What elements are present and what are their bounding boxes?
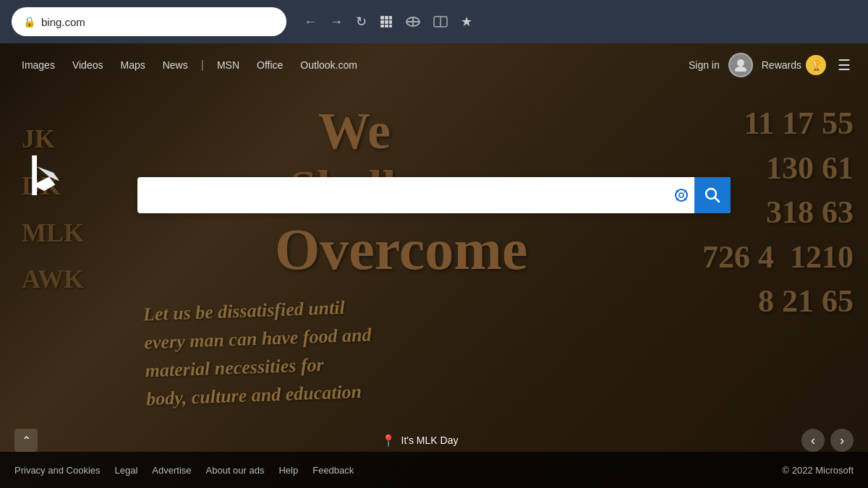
address-text: bing.com	[41, 16, 275, 28]
grid-button[interactable]	[380, 15, 393, 28]
background-image: We Shall Overcome Let us be dissatisfied…	[0, 43, 868, 488]
bg-overcome-text: Overcome	[275, 217, 527, 283]
svg-rect-7	[385, 25, 388, 27]
rewards-button[interactable]: Rewards 🏆	[762, 55, 826, 75]
user-avatar[interactable]	[728, 53, 753, 77]
visual-search-button[interactable]	[668, 182, 694, 208]
svg-rect-2	[389, 16, 392, 20]
footer-advertise[interactable]: Advertise	[152, 465, 191, 476]
nav-msn[interactable]: MSN	[210, 55, 247, 75]
bg-quote-text: Let us be dissatisfied untilevery man ca…	[142, 293, 373, 414]
bg-we-text: We	[318, 101, 391, 161]
nav-news[interactable]: News	[156, 55, 195, 75]
footer-about-ads[interactable]: About our ads	[206, 465, 265, 476]
search-button[interactable]	[694, 177, 731, 213]
bg-chars-left: JKDKMLKAWK	[22, 116, 84, 303]
nav-maps[interactable]: Maps	[113, 55, 152, 75]
nav-links: Images Videos Maps News | MSN Office Out…	[14, 55, 689, 75]
footer-links: Privacy and Cookies Legal Advertise Abou…	[14, 465, 354, 476]
back-button[interactable]: ←	[304, 14, 317, 30]
nav-office[interactable]: Office	[250, 55, 290, 75]
footer-feedback[interactable]: Feedback	[312, 465, 354, 476]
nav-images[interactable]: Images	[14, 55, 62, 75]
rewards-icon: 🏆	[806, 55, 826, 75]
bottom-bar: ⌃ 📍 It's MLK Day ‹ ›	[0, 429, 868, 452]
svg-point-14	[737, 59, 744, 67]
search-box	[137, 177, 731, 213]
view-toggle-button[interactable]	[406, 17, 420, 27]
bing-page: We Shall Overcome Let us be dissatisfied…	[0, 43, 868, 488]
svg-rect-3	[380, 20, 384, 24]
news-next-button[interactable]: ›	[830, 429, 854, 452]
sign-in-button[interactable]: Sign in	[689, 59, 720, 71]
news-prev-button[interactable]: ‹	[801, 429, 825, 452]
svg-rect-6	[380, 25, 384, 27]
svg-rect-5	[389, 20, 392, 24]
footer: Privacy and Cookies Legal Advertise Abou…	[0, 452, 868, 488]
address-bar[interactable]: 🔒 bing.com	[12, 7, 286, 36]
top-nav: Images Videos Maps News | MSN Office Out…	[0, 43, 868, 87]
browser-nav-buttons: ← → ↻	[304, 14, 472, 30]
footer-legal[interactable]: Legal	[115, 465, 138, 476]
favorites-button[interactable]: ★	[461, 14, 472, 30]
news-nav: ‹ ›	[801, 429, 854, 452]
split-view-button[interactable]	[433, 16, 448, 27]
scroll-up-button[interactable]: ⌃	[14, 429, 38, 452]
search-container	[137, 177, 731, 213]
footer-copyright: © 2022 Microsoft	[783, 465, 854, 476]
rewards-label: Rewards	[762, 59, 801, 71]
svg-rect-8	[389, 25, 392, 27]
footer-privacy[interactable]: Privacy and Cookies	[14, 465, 101, 476]
nav-outlook[interactable]: Outlook.com	[293, 55, 365, 75]
lock-icon: 🔒	[23, 16, 35, 27]
search-input[interactable]	[149, 188, 668, 203]
svg-point-17	[679, 193, 684, 197]
svg-line-23	[715, 197, 719, 202]
browser-chrome: 🔒 bing.com ← → ↻	[0, 0, 868, 43]
nav-right: Sign in Rewards 🏆 ☰	[689, 53, 854, 77]
refresh-button[interactable]: ↻	[356, 14, 367, 30]
location-text: It's MLK Day	[401, 435, 459, 446]
hamburger-button[interactable]: ☰	[835, 53, 854, 77]
forward-button[interactable]: →	[330, 14, 343, 30]
bing-logo[interactable]	[29, 155, 69, 198]
footer-help[interactable]: Help	[278, 465, 298, 476]
location-icon: 📍	[381, 434, 396, 448]
location-info: 📍 It's MLK Day	[381, 434, 459, 448]
svg-rect-4	[385, 20, 388, 24]
svg-rect-0	[380, 16, 384, 20]
svg-rect-1	[385, 16, 388, 20]
nav-videos[interactable]: Videos	[65, 55, 111, 75]
svg-point-15	[735, 67, 746, 72]
search-icons	[668, 182, 694, 208]
nav-separator: |	[201, 59, 204, 72]
